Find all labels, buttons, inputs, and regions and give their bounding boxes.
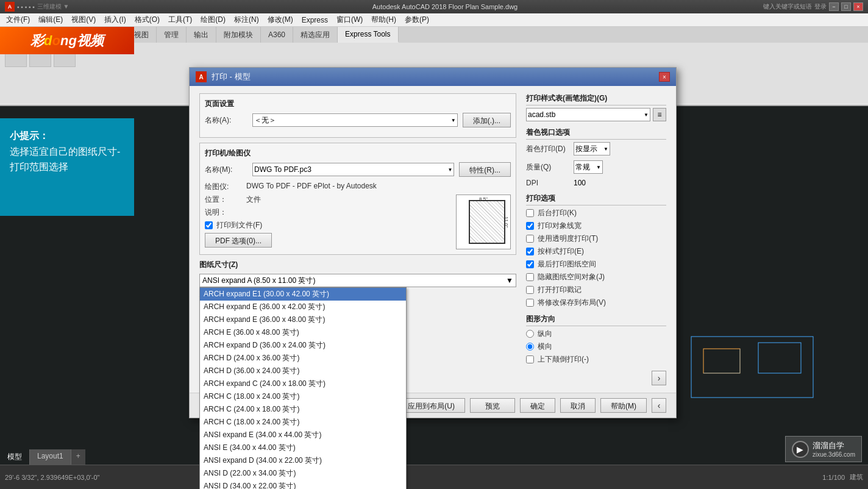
menu-dimension[interactable]: 标注(N) — [230, 13, 263, 26]
dialog-close-button[interactable]: × — [659, 72, 670, 82]
menu-express[interactable]: Express — [298, 15, 332, 26]
portrait-row: 纵向 — [526, 329, 666, 339]
paper-size-item-3[interactable]: ARCH E (36.00 x 48.00 英寸) — [200, 326, 406, 339]
dialog-body: 页面设置 名称(A): ＜无＞ ▼ 添加(.)... 打印机 — [190, 86, 676, 393]
tab-model[interactable]: 模型 — [0, 449, 30, 465]
quality-row: 质量(Q) 常规 ▼ — [526, 160, 666, 174]
page-setup-name-row: 名称(A): ＜无＞ ▼ 添加(.)... — [205, 113, 511, 127]
save-changes-checkbox[interactable] — [526, 299, 534, 307]
print-stamp-label: 打开打印戳记 — [538, 285, 582, 295]
cancel-button[interactable]: 取消 — [560, 398, 596, 413]
paper-size-item-11[interactable]: ANSI expand E (34.00 x 44.00 英寸) — [200, 429, 406, 441]
by-style-checkbox[interactable] — [526, 248, 534, 255]
menu-file[interactable]: 文件(F) — [2, 13, 34, 26]
pdf-options-button[interactable]: PDF 选项(0)... — [205, 233, 272, 248]
print-stamp-checkbox[interactable] — [526, 286, 534, 294]
paper-size-item-4[interactable]: ARCH expand D (36.00 x 24.00 英寸) — [200, 339, 406, 352]
ok-button[interactable]: 确定 — [520, 398, 555, 413]
footer-expand-button[interactable]: ‹ — [652, 398, 666, 413]
paper-size-item-5[interactable]: ARCH D (24.00 x 36.00 英寸) — [200, 352, 406, 365]
menu-help[interactable]: 帮助(H) — [368, 13, 400, 26]
transparency-checkbox[interactable] — [526, 235, 534, 243]
landscape-radio[interactable] — [526, 343, 534, 351]
portrait-radio[interactable] — [526, 330, 534, 338]
paper-size-item-6[interactable]: ARCH D (36.00 x 24.00 英寸) — [200, 365, 406, 377]
user-login[interactable]: 登录 — [814, 2, 827, 11]
paper-size-item-0[interactable]: ARCH expand E1 (30.00 x 42.00 英寸) — [200, 288, 406, 301]
menu-tools[interactable]: 工具(T) — [165, 13, 196, 26]
page-setup-name-select[interactable]: ＜无＞ — [252, 113, 458, 127]
paper-size-item-13[interactable]: ANSI expand D (34.00 x 22.00 英寸) — [200, 454, 406, 467]
option-hide-paperspace: 隐藏图纸空间对象(J) — [526, 272, 666, 282]
paper-size-item-2[interactable]: ARCH expand E (36.00 x 48.00 英寸) — [200, 313, 406, 326]
add-page-setup-button[interactable]: 添加(.)... — [463, 113, 511, 127]
description-row: 说明： — [205, 207, 446, 218]
tab-addon[interactable]: 附加模块 — [216, 27, 261, 43]
apply-to-layout-button[interactable]: 应用到布局(U) — [397, 398, 465, 413]
paper-size-item-9[interactable]: ARCH C (24.00 x 18.00 英寸) — [200, 403, 406, 416]
paper-size-list[interactable]: ARCH expand E1 (30.00 x 42.00 英寸) ARCH e… — [199, 287, 407, 489]
quality-select[interactable]: 常规 — [574, 160, 603, 174]
search-field[interactable]: 键入关键字或短语 — [763, 2, 812, 11]
printer-name-row: 名称(M): DWG To PDF.pc3 ▼ 特性(R)... — [205, 162, 511, 177]
printer-select[interactable]: DWG To PDF.pc3 — [252, 163, 454, 176]
dialog-left-panel: 页面设置 名称(A): ＜无＞ ▼ 添加(.)... 打印机 — [199, 93, 516, 385]
preview-button[interactable]: 预览 — [470, 398, 515, 413]
menu-draw[interactable]: 绘图(D) — [197, 13, 229, 26]
menu-view[interactable]: 视图(V) — [68, 13, 99, 26]
help-button[interactable]: 帮助(M) — [600, 398, 647, 413]
minimize-button[interactable]: − — [829, 2, 839, 11]
model-tabs: 模型 Layout1 + — [0, 449, 85, 465]
maximize-button[interactable]: □ — [841, 2, 851, 11]
menu-edit[interactable]: 编辑(E) — [35, 13, 66, 26]
menu-params[interactable]: 参数(P) — [401, 13, 433, 26]
color-viewport-title: 着色视口选项 — [526, 127, 666, 140]
bg-print-label: 后台打印(K) — [538, 208, 577, 218]
print-style-select[interactable]: acad.stb — [526, 108, 650, 121]
print-to-file-label: 打印到文件(F) — [216, 220, 262, 230]
last-paperspace-checkbox[interactable] — [526, 260, 534, 268]
paper-size-item-15[interactable]: ANSI D (34.00 x 22.00 英寸) — [200, 480, 406, 489]
paper-size-item-8[interactable]: ARCH C (18.00 x 24.00 英寸) — [200, 390, 406, 403]
expand-button[interactable]: › — [652, 371, 666, 385]
tab-add[interactable]: + — [71, 449, 85, 465]
paper-size-item-7[interactable]: ARCH expand C (24.00 x 18.00 英寸) — [200, 377, 406, 390]
print-style-row: acad.stb ▼ ≡ — [526, 108, 666, 121]
option-by-style: 按样式打印(E) — [526, 246, 666, 257]
tab-manage[interactable]: 管理 — [157, 27, 187, 43]
close-button[interactable]: × — [853, 2, 863, 11]
menu-insert[interactable]: 插入(I) — [101, 13, 129, 26]
menu-format[interactable]: 格式(O) — [131, 13, 163, 26]
quick-access-bar: ▪ ▪ ▪ ▪ ▪ — [17, 4, 35, 10]
paper-size-item-10[interactable]: ARCH C (18.00 x 24.00 英寸) — [200, 416, 406, 429]
page-setup-section: 页面设置 名称(A): ＜无＞ ▼ 添加(.)... — [199, 93, 516, 138]
paper-size-item-12[interactable]: ANSI E (34.00 x 44.00 英寸) — [200, 441, 406, 454]
upside-down-checkbox[interactable] — [526, 355, 534, 363]
paper-size-item-1[interactable]: ARCH expand E (36.00 x 42.00 英寸) — [200, 301, 406, 313]
paper-size-item-14[interactable]: ANSI D (22.00 x 34.00 英寸) — [200, 467, 406, 480]
menu-window[interactable]: 窗口(W) — [333, 13, 366, 26]
paper-size-selected[interactable]: ANSI expand A (8.50 x 11.00 英寸) ▼ — [199, 274, 516, 287]
bg-print-checkbox[interactable] — [526, 209, 534, 217]
description-label: 说明： — [205, 207, 247, 218]
menu-modify[interactable]: 修改(M) — [264, 13, 297, 26]
svg-rect-1 — [703, 349, 740, 373]
location-row: 位置： 文件 — [205, 195, 446, 205]
hide-paperspace-checkbox[interactable] — [526, 273, 534, 281]
printer-properties-button[interactable]: 特性(R)... — [459, 162, 511, 177]
tab-featured[interactable]: 精选应用 — [293, 27, 338, 43]
print-style-edit-button[interactable]: ≡ — [653, 108, 666, 121]
logo-area: 彩dong视频 — [0, 27, 134, 54]
tab-a360[interactable]: A360 — [261, 27, 293, 43]
tab-layout1[interactable]: Layout1 — [30, 449, 71, 465]
color-print-select[interactable]: 按显示 — [574, 142, 610, 155]
linewidth-checkbox[interactable] — [526, 222, 534, 230]
workspace-dropdown[interactable]: 三维建模 ▼ — [37, 2, 69, 11]
option-save-changes: 将修改保存到布局(V) — [526, 298, 666, 308]
tab-output[interactable]: 输出 — [187, 27, 216, 43]
print-to-file-checkbox[interactable] — [205, 221, 213, 229]
print-style-title: 打印样式表(画笔指定)(G) — [526, 93, 666, 105]
landscape-label: 横向 — [538, 341, 552, 352]
upside-down-label: 上下颠倒打印(-) — [538, 354, 589, 365]
tab-express-tools[interactable]: Express Tools — [338, 27, 398, 43]
